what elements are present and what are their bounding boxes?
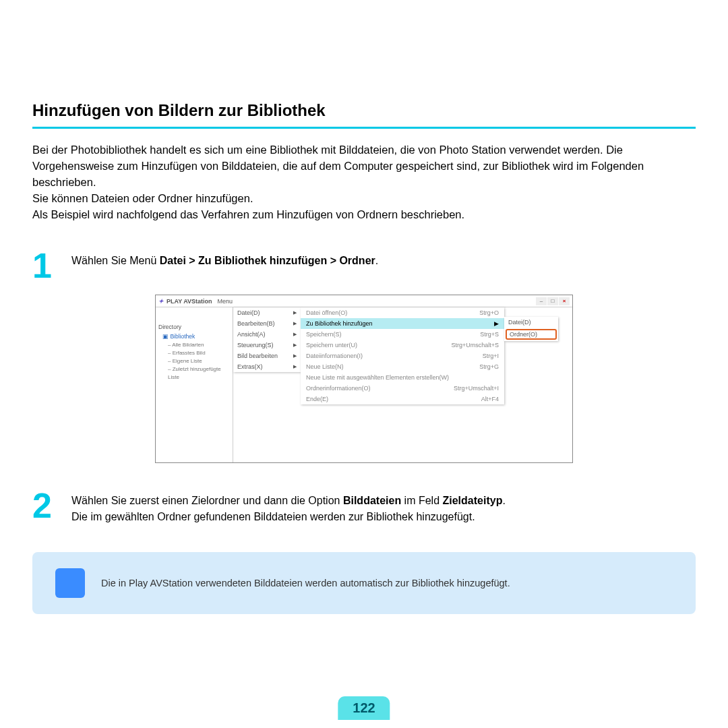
menu-label: Menu	[218, 298, 233, 305]
submenu-item[interactable]: Zu Bibliothek hinzufügen▶	[301, 318, 504, 329]
page-number: 122	[353, 700, 375, 715]
submenu-item[interactable]: Neue Liste(N)Strg+G	[301, 361, 504, 372]
t: im Feld	[401, 495, 442, 506]
menu-item[interactable]: Bearbeiten(B)▶	[233, 318, 301, 329]
submenu-item[interactable]: Speichern(S)Strg+S	[301, 329, 504, 340]
step-number: 1	[32, 250, 59, 282]
min-button[interactable]: –	[536, 297, 547, 305]
step1-bold: Datei > Zu Bibliothek hinzufügen > Ordne…	[160, 255, 375, 266]
menu-item[interactable]: Steuerung(S)▶	[233, 340, 301, 351]
app-logo-icon: ✦	[158, 298, 164, 305]
submenu-item[interactable]: Speichern unter(U)Strg+Umschalt+S	[301, 340, 504, 351]
close-button[interactable]: ×	[559, 297, 570, 305]
menu-item[interactable]: Ansicht(A)▶	[233, 329, 301, 340]
t: Wählen Sie zuerst einen Zielordner und d…	[71, 495, 343, 506]
note-box: Die in Play AVStation verwendeten Bildda…	[32, 552, 696, 614]
step-2: 2 Wählen Sie zuerst einen Zielordner und…	[32, 490, 696, 525]
t: Zieldateityp	[443, 495, 503, 506]
t: .	[502, 495, 505, 506]
step-body: Wählen Sie Menü Datei > Zu Bibliothek hi…	[71, 250, 696, 269]
step1-prefix: Wählen Sie Menü	[71, 255, 160, 266]
file-menu: Datei(D)▶Bearbeiten(B)▶Ansicht(A)▶Steuer…	[233, 307, 301, 372]
tree-root[interactable]: ▣ Bibliothek	[162, 333, 230, 340]
intro-paragraph: Bei der Photobibliothek handelt es sich …	[32, 142, 696, 223]
sidebar: Directory ▣ Bibliothek – Alle Bildarten–…	[156, 307, 233, 462]
t: Bilddateien	[343, 495, 401, 506]
submenu: Datei öffnen(O)Strg+OZu Bibliothek hinzu…	[301, 307, 504, 404]
submenu2-item[interactable]: Datei(D)	[504, 317, 558, 328]
t: Die im gewählten Ordner gefundenen Bildd…	[71, 511, 475, 522]
menu-item[interactable]: Extras(X)▶	[233, 361, 301, 372]
note-text: Die in Play AVStation verwendeten Bildda…	[101, 578, 510, 588]
submenu-item[interactable]: Ordnerinformationen(O)Strg+Umschalt+I	[301, 383, 504, 394]
note-icon	[55, 568, 85, 598]
menu-item[interactable]: Datei(D)▶	[233, 307, 301, 318]
step-body: Wählen Sie zuerst einen Zielordner und d…	[71, 490, 696, 525]
app-screenshot: ✦ PLAY AVStation Menu – □ × Directory ▣ …	[155, 295, 573, 463]
submenu-item[interactable]: Neue Liste mit ausgewählten Elementen er…	[301, 372, 504, 383]
step1-suffix: .	[375, 255, 378, 266]
tree-item[interactable]: – Alle Bildarten	[162, 341, 230, 349]
app-title: PLAY AVStation	[166, 298, 212, 305]
step-number: 2	[32, 490, 59, 522]
titlebar: ✦ PLAY AVStation Menu – □ ×	[156, 295, 572, 307]
tree-item[interactable]: – Eigene Liste	[162, 357, 230, 365]
submenu-item[interactable]: Ende(E)Alt+F4	[301, 394, 504, 404]
tree-item[interactable]: – Erfasstes Bild	[162, 349, 230, 357]
submenu-item[interactable]: Datei öffnen(O)Strg+O	[301, 307, 504, 318]
sidebar-heading: Directory	[158, 324, 230, 330]
page-number-badge: 122	[338, 696, 390, 720]
step-1: 1 Wählen Sie Menü Datei > Zu Bibliothek …	[32, 250, 696, 282]
submenu2-item[interactable]: Ordner(O)	[506, 329, 557, 340]
max-button[interactable]: □	[547, 297, 558, 305]
title-rule	[32, 127, 696, 129]
page-title: Hinzufügen von Bildern zur Bibliothek	[32, 101, 696, 120]
submenu-item[interactable]: Dateiinformationen(I)Strg+I	[301, 351, 504, 361]
main-panel: Datei(D)▶Bearbeiten(B)▶Ansicht(A)▶Steuer…	[233, 307, 572, 462]
submenu-2: Datei(D)Ordner(O)	[504, 317, 558, 341]
tree-item[interactable]: – Zuletzt hinzugefügte Liste	[162, 365, 230, 382]
menu-item[interactable]: Bild bearbeiten▶	[233, 351, 301, 361]
